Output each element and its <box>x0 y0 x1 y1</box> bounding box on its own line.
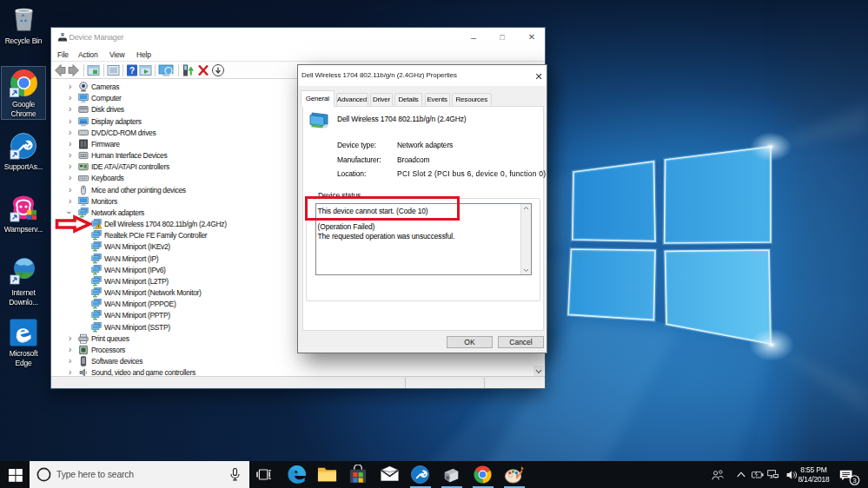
svg-text:3: 3 <box>852 477 857 485</box>
svg-text:?: ? <box>129 66 135 76</box>
